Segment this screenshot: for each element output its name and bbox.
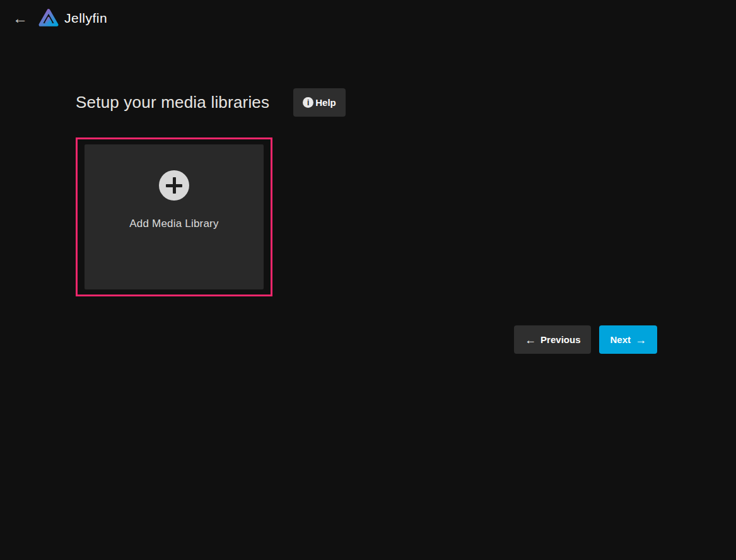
- heading-row: Setup your media libraries i Help: [76, 88, 657, 117]
- arrow-left-icon: ←: [525, 334, 536, 346]
- jellyfin-logo-icon: [38, 7, 59, 30]
- next-button[interactable]: Next →: [599, 325, 657, 354]
- add-library-card[interactable]: Add Media Library: [76, 137, 272, 296]
- library-grid: Add Media Library: [76, 137, 657, 296]
- next-button-label: Next: [610, 334, 631, 345]
- help-button-label: Help: [315, 97, 336, 108]
- wizard-nav-buttons: ← Previous Next →: [76, 325, 657, 354]
- setup-wizard-page: Setup your media libraries i Help Add Me…: [0, 37, 736, 354]
- help-button[interactable]: i Help: [293, 88, 346, 117]
- info-icon: i: [303, 97, 313, 108]
- arrow-right-icon: →: [635, 334, 646, 346]
- page-title: Setup your media libraries: [76, 93, 269, 112]
- app-header: ← Jellyfin: [0, 0, 736, 37]
- plus-icon: [159, 170, 189, 201]
- add-library-card-inner[interactable]: Add Media Library: [85, 144, 264, 289]
- previous-button-label: Previous: [540, 334, 580, 345]
- previous-button[interactable]: ← Previous: [514, 325, 591, 354]
- back-arrow-icon: ←: [13, 11, 28, 26]
- add-library-card-label: Add Media Library: [129, 218, 218, 230]
- back-button[interactable]: ←: [9, 7, 32, 30]
- app-name: Jellyfin: [64, 11, 107, 26]
- app-logo: Jellyfin: [38, 7, 107, 30]
